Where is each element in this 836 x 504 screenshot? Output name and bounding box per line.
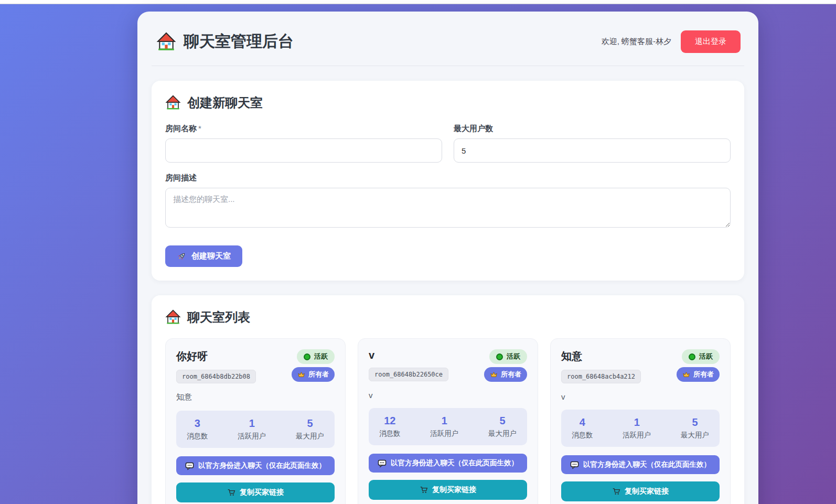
active-badge: 活跃 [297, 349, 335, 364]
logout-button[interactable]: 退出登录 [681, 30, 741, 53]
room-name-label: 房间名称* [165, 124, 442, 134]
admin-panel: 聊天室管理后台 欢迎, 螃蟹客服-林夕 退出登录 创建新聊天室 房间名称* [137, 12, 758, 504]
room-name-input[interactable] [165, 138, 442, 163]
messages-count: 4 [572, 416, 593, 428]
speech-balloon-icon [378, 459, 387, 468]
house-icon [165, 95, 181, 111]
max-users-count: 5 [681, 416, 709, 428]
room-card: 知意 room_68648acb4a212 活跃 所有者 [550, 338, 731, 504]
room-description: v [369, 391, 527, 400]
room-description: v [561, 392, 720, 401]
speech-balloon-icon [570, 460, 579, 469]
create-room-title-text: 创建新聊天室 [187, 94, 263, 111]
room-stats: 4 消息数 1 活跃用户 5 最大用户 [561, 410, 720, 447]
max-users-count: 5 [296, 417, 324, 430]
page-title-text: 聊天室管理后台 [184, 31, 294, 52]
house-icon [165, 309, 181, 325]
required-mark: * [198, 124, 201, 133]
owner-badge: 所有者 [677, 367, 720, 382]
room-name: v [369, 349, 448, 361]
room-id: room_6864b8db22b08 [176, 370, 256, 383]
room-description-field-group: 房间描述 [165, 173, 731, 230]
welcome-text: 欢迎, 螃蟹客服-林夕 [602, 37, 671, 47]
room-list-section: 聊天室列表 你好呀 room_6864b8db22b08 活跃 [152, 295, 744, 504]
room-description: 知意 [176, 392, 335, 402]
cart-icon [420, 486, 428, 494]
max-users-label: 最大用户数 [454, 124, 731, 134]
room-id: room_68648b22650ce [369, 368, 448, 381]
room-id: room_68648acb4a212 [561, 370, 641, 383]
copy-buyer-link-button[interactable]: 复制买家链接 [369, 480, 527, 500]
room-stats: 12 消息数 1 活跃用户 5 最大用户 [369, 408, 527, 445]
room-list-title: 聊天室列表 [165, 309, 731, 326]
room-card: v room_68648b22650ce 活跃 所有者 [358, 338, 538, 504]
create-room-section: 创建新聊天室 房间名称* 最大用户数 房间描述 [152, 81, 744, 281]
rocket-icon [177, 252, 186, 261]
browser-chrome-strip [0, 0, 836, 4]
house-icon [156, 32, 176, 52]
enter-chat-button[interactable]: 以官方身份进入聊天（仅在此页面生效） [369, 454, 527, 473]
owner-badge: 所有者 [484, 367, 527, 382]
room-card: 你好呀 room_6864b8db22b08 活跃 所有者 [165, 338, 346, 504]
max-users-count: 5 [488, 415, 517, 427]
header-divider [152, 66, 744, 66]
create-room-button[interactable]: 创建聊天室 [165, 245, 242, 267]
room-name: 知意 [561, 349, 641, 363]
owner-badge: 所有者 [292, 367, 335, 382]
crown-icon [682, 371, 690, 379]
crown-icon [297, 371, 305, 379]
page-title: 聊天室管理后台 [156, 31, 294, 52]
header-right: 欢迎, 螃蟹客服-林夕 退出登录 [602, 30, 741, 53]
create-room-button-label: 创建聊天室 [191, 251, 231, 261]
room-name: 你好呀 [176, 349, 256, 363]
cart-icon [612, 487, 620, 496]
active-badge: 活跃 [489, 349, 527, 364]
rooms-grid: 你好呀 room_6864b8db22b08 活跃 所有者 [165, 338, 731, 504]
enter-chat-button[interactable]: 以官方身份进入聊天（仅在此页面生效） [176, 456, 335, 475]
max-users-input[interactable] [454, 138, 731, 163]
green-dot-icon [689, 353, 695, 360]
active-users-count: 1 [238, 417, 266, 430]
copy-buyer-link-button[interactable]: 复制买家链接 [176, 482, 335, 502]
create-room-title: 创建新聊天室 [165, 94, 731, 111]
green-dot-icon [304, 353, 310, 360]
room-description-label: 房间描述 [165, 173, 731, 183]
copy-buyer-link-button[interactable]: 复制买家链接 [561, 481, 720, 501]
create-room-form: 房间名称* 最大用户数 [165, 124, 731, 163]
active-users-count: 1 [430, 415, 458, 427]
enter-chat-button[interactable]: 以官方身份进入聊天（仅在此页面生效） [561, 455, 720, 474]
messages-count: 12 [379, 415, 401, 427]
speech-balloon-icon [185, 462, 194, 470]
green-dot-icon [496, 353, 503, 360]
max-users-field-group: 最大用户数 [454, 124, 731, 163]
active-badge: 活跃 [682, 349, 720, 364]
room-stats: 3 消息数 1 活跃用户 5 最大用户 [176, 411, 335, 448]
room-name-field-group: 房间名称* [165, 124, 442, 163]
active-users-count: 1 [623, 416, 651, 428]
header: 聊天室管理后台 欢迎, 螃蟹客服-林夕 退出登录 [137, 12, 758, 66]
crown-icon [490, 371, 498, 379]
room-description-textarea[interactable] [165, 188, 731, 228]
cart-icon [227, 488, 235, 497]
room-list-title-text: 聊天室列表 [187, 309, 250, 326]
messages-count: 3 [187, 417, 208, 430]
